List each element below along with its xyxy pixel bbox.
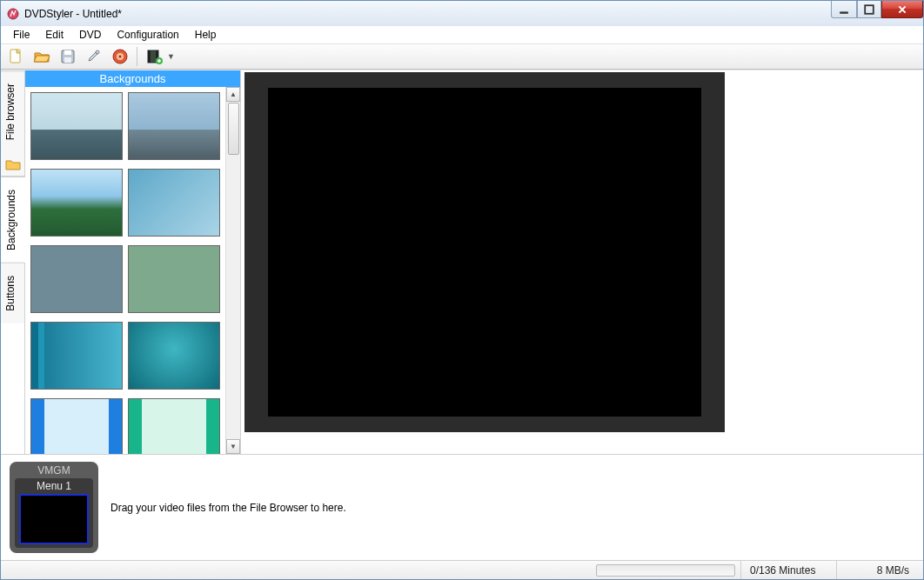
drag-hint: Drag your video files from the File Brow… xyxy=(110,502,346,514)
background-thumb[interactable] xyxy=(128,169,220,237)
background-thumb[interactable] xyxy=(30,322,123,390)
open-button[interactable] xyxy=(30,45,53,68)
backgrounds-scrollbar[interactable]: ▲ ▼ xyxy=(225,87,240,454)
svg-rect-2 xyxy=(865,5,874,14)
tab-backgrounds[interactable]: Backgrounds xyxy=(1,177,25,263)
backgrounds-header: Backgrounds xyxy=(25,70,240,87)
add-media-dropdown[interactable]: ▼ xyxy=(143,45,175,68)
svg-rect-1 xyxy=(840,11,848,13)
disc-usage-progress xyxy=(596,564,735,577)
vmgm-label: VMGM xyxy=(15,464,93,477)
scroll-down-button[interactable]: ▼ xyxy=(226,439,240,454)
menu-help[interactable]: Help xyxy=(188,27,224,43)
app-frame: File Edit DVD Configuration Help ▼ xyxy=(0,26,924,580)
svg-rect-6 xyxy=(64,57,71,63)
app-icon xyxy=(6,7,20,21)
maximize-button[interactable] xyxy=(857,1,881,18)
background-thumb[interactable] xyxy=(30,169,123,237)
toolbar: ▼ xyxy=(1,43,923,70)
status-bar: 0/136 Minutes 8 MB/s xyxy=(1,560,923,579)
scrollbar-thumb[interactable] xyxy=(228,103,239,155)
menu-configuration[interactable]: Configuration xyxy=(110,27,185,43)
main-area: File browser Backgrounds Buttons Backgro… xyxy=(1,70,923,454)
background-thumb[interactable] xyxy=(30,245,123,313)
menu-edit[interactable]: Edit xyxy=(38,27,70,43)
minimize-button[interactable] xyxy=(831,1,857,18)
vmgm-block[interactable]: VMGM Menu 1 xyxy=(10,462,98,553)
folder-icon[interactable] xyxy=(1,152,24,177)
background-thumb[interactable] xyxy=(128,322,220,390)
burn-button[interactable] xyxy=(109,45,131,68)
window-controls xyxy=(831,1,923,18)
window-title: DVDStyler - Untitled* xyxy=(24,8,122,20)
background-thumb[interactable] xyxy=(128,92,220,160)
background-thumb[interactable] xyxy=(128,245,220,313)
svg-rect-5 xyxy=(64,50,71,55)
background-thumb[interactable] xyxy=(30,92,123,160)
menu-dvd[interactable]: DVD xyxy=(72,27,108,43)
toolbar-separator xyxy=(137,47,137,66)
tab-buttons[interactable]: Buttons xyxy=(1,263,24,323)
tab-file-browser[interactable]: File browser xyxy=(1,70,24,152)
menu-file[interactable]: File xyxy=(6,27,37,43)
save-button[interactable] xyxy=(57,45,79,68)
chevron-down-icon: ▼ xyxy=(167,52,175,61)
preview-canvas xyxy=(268,88,701,417)
status-minutes: 0/136 Minutes xyxy=(740,561,836,579)
background-thumb[interactable] xyxy=(128,398,220,454)
backgrounds-grid xyxy=(25,87,225,454)
svg-rect-11 xyxy=(148,50,151,63)
status-bitrate: 8 MB/s xyxy=(836,561,923,579)
menu-bar: File Edit DVD Configuration Help xyxy=(1,26,923,43)
timeline: VMGM Menu 1 Drag your video files from t… xyxy=(1,454,923,560)
background-thumb[interactable] xyxy=(30,398,123,454)
menu1-thumb xyxy=(19,494,89,544)
menu1-block[interactable]: Menu 1 xyxy=(15,478,93,548)
new-button[interactable] xyxy=(4,45,27,68)
close-button[interactable] xyxy=(881,1,923,18)
side-tabs: File browser Backgrounds Buttons xyxy=(1,70,25,454)
backgrounds-panel: Backgrounds ▲ ▼ xyxy=(25,70,241,454)
settings-button[interactable] xyxy=(83,45,105,68)
svg-point-9 xyxy=(119,56,122,58)
scroll-up-button[interactable]: ▲ xyxy=(226,87,240,102)
menu-preview[interactable] xyxy=(244,72,725,432)
menu1-label: Menu 1 xyxy=(18,480,90,492)
preview-area xyxy=(241,70,923,454)
title-bar: DVDStyler - Untitled* xyxy=(0,0,924,26)
